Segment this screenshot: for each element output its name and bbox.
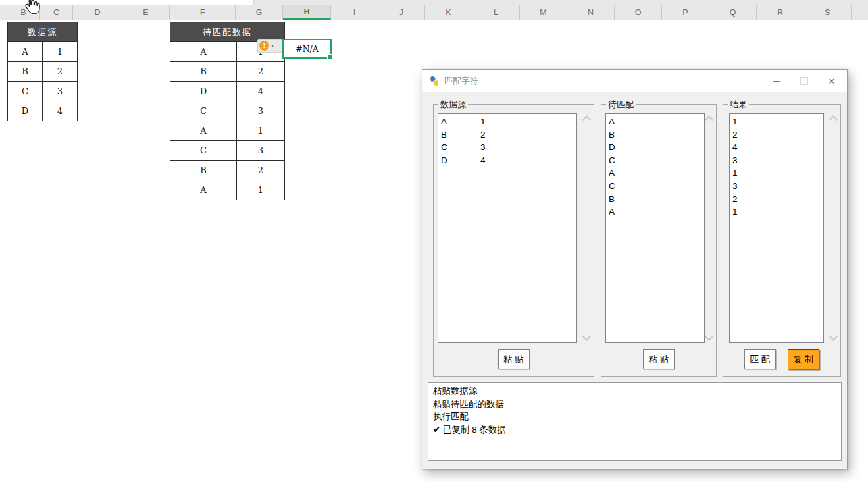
- cell[interactable]: B: [8, 62, 43, 82]
- cell[interactable]: C: [8, 82, 43, 101]
- paste-tomatch-button[interactable]: 粘 贴: [643, 349, 675, 369]
- fill-handle[interactable]: [327, 54, 333, 60]
- cell[interactable]: C: [170, 101, 237, 121]
- column-header-F[interactable]: F: [170, 5, 236, 20]
- log-textarea[interactable]: 粘贴数据源粘贴待匹配的数据执行匹配✔ 已复制 8 条数据: [428, 382, 842, 461]
- column-header-O[interactable]: O: [615, 5, 662, 20]
- list-item[interactable]: 2: [730, 128, 823, 142]
- cell[interactable]: D: [170, 82, 237, 101]
- cell[interactable]: 2: [43, 62, 78, 82]
- selected-cell-value: #N/A: [295, 44, 319, 54]
- dropdown-arrow-icon[interactable]: ▾: [271, 43, 274, 49]
- list-item[interactable]: B: [606, 128, 704, 142]
- table-row: D4: [170, 82, 285, 101]
- column-header-N[interactable]: N: [567, 5, 615, 20]
- cell[interactable]: A: [170, 42, 237, 62]
- scroll-down-icon[interactable]: [582, 333, 591, 341]
- hand-cursor-icon: [21, 0, 41, 15]
- list-item[interactable]: C: [606, 154, 704, 167]
- cell[interactable]: A: [8, 42, 43, 62]
- tomatch-scrollbar[interactable]: [703, 113, 715, 343]
- dialog-titlebar[interactable]: 匹配字符 ✕: [422, 70, 847, 92]
- log-line: 粘贴待匹配的数据: [433, 398, 836, 411]
- cell[interactable]: 4: [237, 82, 285, 101]
- close-button[interactable]: ✕: [818, 70, 846, 92]
- cell[interactable]: C: [170, 141, 237, 161]
- scroll-up-icon[interactable]: [582, 115, 591, 124]
- column-header-L[interactable]: L: [472, 5, 520, 20]
- list-item[interactable]: A1: [438, 115, 576, 128]
- list-item[interactable]: C: [606, 180, 704, 193]
- list-item[interactable]: A: [606, 115, 704, 128]
- result-listbox[interactable]: 12431321: [729, 113, 824, 343]
- maximize-button[interactable]: [790, 70, 818, 92]
- scroll-down-icon[interactable]: [829, 333, 838, 341]
- list-item[interactable]: 2: [730, 193, 823, 206]
- column-header-D[interactable]: D: [73, 5, 122, 20]
- column-header-P[interactable]: P: [662, 5, 709, 20]
- scroll-up-icon[interactable]: [829, 115, 838, 124]
- column-header-M[interactable]: M: [520, 5, 567, 20]
- window-controls: ✕: [763, 70, 846, 92]
- column-header-K[interactable]: K: [425, 5, 472, 20]
- minimize-button[interactable]: [763, 70, 790, 92]
- cell[interactable]: 3: [237, 101, 285, 121]
- paste-source-button[interactable]: 粘 贴: [498, 349, 530, 369]
- column-header-Q[interactable]: Q: [709, 5, 757, 20]
- match-button[interactable]: 匹 配: [744, 349, 776, 369]
- cell[interactable]: B: [170, 62, 237, 82]
- cell[interactable]: D: [8, 101, 43, 121]
- column-header-R[interactable]: R: [757, 5, 804, 20]
- cell[interactable]: 1: [237, 180, 285, 200]
- source-listbox[interactable]: A1B2C3D4: [438, 113, 577, 343]
- list-item[interactable]: D4: [438, 154, 576, 167]
- copy-button[interactable]: 复 制: [788, 349, 819, 369]
- cell[interactable]: B: [170, 161, 237, 180]
- cell[interactable]: A: [170, 121, 237, 141]
- error-smart-tag[interactable]: ! ▾: [257, 39, 282, 53]
- cell[interactable]: 4: [43, 101, 78, 121]
- list-item[interactable]: A: [606, 205, 704, 219]
- column-header-C[interactable]: C: [40, 5, 73, 20]
- group-tomatch: 待匹配 ABDCACBA 粘 贴: [601, 104, 717, 377]
- list-item[interactable]: C3: [438, 141, 576, 154]
- scroll-up-icon[interactable]: [705, 115, 713, 124]
- list-item[interactable]: 3: [730, 180, 823, 193]
- match-characters-dialog: 匹配字符 ✕ 数据源 A1B2C3D4 粘 贴 待匹配 ABDCACBA: [422, 69, 848, 469]
- list-item[interactable]: B: [606, 193, 704, 206]
- list-item[interactable]: A: [606, 167, 704, 180]
- error-icon: !: [259, 41, 269, 51]
- group-result: 结果 12431321 匹 配 复 制: [723, 104, 841, 377]
- cell[interactable]: 2: [237, 161, 285, 180]
- source-scrollbar[interactable]: [581, 113, 592, 343]
- column-header-S[interactable]: S: [804, 5, 852, 20]
- list-item[interactable]: 1: [730, 167, 823, 180]
- result-scrollbar[interactable]: [828, 113, 839, 343]
- cell[interactable]: 1: [43, 42, 78, 62]
- table-row: B2: [170, 62, 285, 82]
- cell[interactable]: 1: [237, 121, 285, 141]
- selected-cell[interactable]: #N/A: [282, 39, 332, 59]
- list-item-value: 4: [480, 154, 486, 167]
- group-tomatch-label: 待匹配: [606, 99, 636, 111]
- list-item[interactable]: B2: [438, 128, 576, 142]
- list-item[interactable]: D: [606, 141, 704, 154]
- column-header-G[interactable]: G: [236, 5, 283, 20]
- list-item[interactable]: 1: [730, 205, 823, 219]
- column-header-J[interactable]: J: [378, 5, 425, 20]
- close-icon: ✕: [829, 77, 836, 86]
- table-row: B2: [170, 161, 285, 180]
- table-header-row: 数据源: [8, 22, 78, 42]
- column-header-E[interactable]: E: [122, 5, 170, 20]
- list-item[interactable]: 1: [730, 115, 823, 128]
- list-item[interactable]: 4: [730, 141, 823, 154]
- tomatch-listbox[interactable]: ABDCACBA: [605, 113, 705, 343]
- column-header-I[interactable]: I: [331, 5, 378, 20]
- cell[interactable]: 3: [43, 82, 78, 101]
- cell[interactable]: 3: [237, 141, 285, 161]
- list-item[interactable]: 3: [730, 154, 823, 167]
- column-header-H[interactable]: H: [283, 5, 331, 20]
- scroll-down-icon[interactable]: [705, 333, 713, 341]
- cell[interactable]: A: [170, 180, 237, 200]
- cell[interactable]: 2: [237, 62, 285, 82]
